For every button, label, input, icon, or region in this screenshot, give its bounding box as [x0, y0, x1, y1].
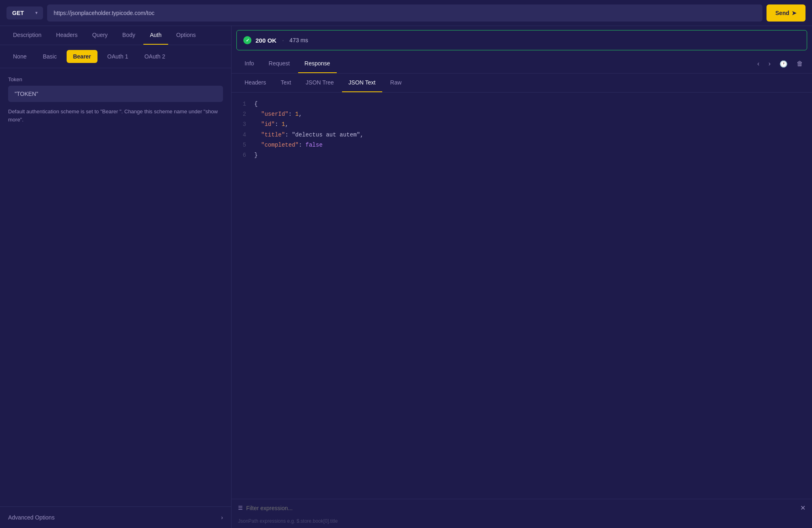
- comma-1: ,: [299, 111, 302, 117]
- line-num-1: 1: [238, 99, 246, 109]
- advanced-options[interactable]: Advanced Options ›: [0, 506, 231, 528]
- top-bar: GET ▾ Send ➤: [0, 0, 812, 26]
- status-success-icon: [243, 36, 251, 44]
- code-val-completed: false: [305, 142, 323, 148]
- code-key-id: "id": [261, 121, 275, 128]
- line-num-3: 3: [238, 119, 246, 130]
- code-val-id: 1: [281, 121, 285, 128]
- colon-1: :: [288, 111, 295, 117]
- right-top-tabs-right: ‹ › 🕐 🗑: [755, 58, 806, 69]
- chevron-down-icon: ▾: [35, 11, 37, 15]
- response-tab-raw[interactable]: Raw: [384, 74, 408, 92]
- code-val-title: "delectus aut autem": [292, 132, 360, 138]
- app-container: GET ▾ Send ➤ Description Headers Query B…: [0, 0, 812, 528]
- auth-tab-oauth1[interactable]: OAuth 1: [101, 50, 134, 63]
- panels: Description Headers Query Body Auth Opti…: [0, 26, 812, 528]
- auth-tab-none[interactable]: None: [6, 50, 33, 63]
- code-key-userid: "userId": [261, 111, 288, 117]
- line-num-5: 5: [238, 140, 246, 150]
- left-content: Token Default authentication scheme is s…: [0, 68, 231, 506]
- code-line-4: 4 "title": "delectus aut autem",: [238, 130, 806, 140]
- auth-tab-bearer[interactable]: Bearer: [67, 50, 97, 63]
- method-label: GET: [12, 10, 24, 16]
- history-icon[interactable]: 🕐: [777, 58, 790, 69]
- code-bracket-open: {: [254, 99, 258, 109]
- status-bar: 200 OK · 473 ms: [236, 30, 807, 50]
- response-tab-json-text[interactable]: JSON Text: [342, 74, 382, 92]
- tab-response[interactable]: Response: [298, 54, 337, 73]
- tab-request[interactable]: Request: [262, 54, 296, 73]
- code-val-userid: 1: [295, 111, 299, 117]
- next-icon[interactable]: ›: [766, 58, 773, 69]
- response-tab-headers[interactable]: Headers: [238, 74, 273, 92]
- tab-description[interactable]: Description: [6, 26, 48, 45]
- right-top-tab-bar: Info Request Response ‹ › 🕐 🗑: [232, 54, 812, 74]
- status-time: 473 ms: [290, 37, 308, 43]
- code-line-2: 2 "userId": 1,: [238, 109, 806, 119]
- code-line-1: 1 {: [238, 99, 806, 109]
- auth-tab-basic[interactable]: Basic: [36, 50, 63, 63]
- filter-close-icon[interactable]: ✕: [800, 504, 806, 512]
- comma-2: ,: [285, 121, 288, 128]
- code-line-6: 6 }: [238, 150, 806, 160]
- advanced-options-label: Advanced Options: [8, 514, 54, 521]
- method-dropdown[interactable]: GET ▾: [6, 6, 43, 19]
- token-input[interactable]: [8, 86, 223, 102]
- comma-3: ,: [360, 132, 363, 138]
- colon-4: :: [299, 142, 305, 148]
- left-tab-bar: Description Headers Query Body Auth Opti…: [0, 26, 231, 45]
- token-label: Token: [8, 76, 223, 82]
- status-code: 200 OK: [256, 37, 277, 44]
- send-button[interactable]: Send ➤: [767, 4, 806, 22]
- code-line-5: 5 "completed": false: [238, 140, 806, 150]
- code-bracket-close: }: [254, 150, 258, 160]
- code-line-3: 3 "id": 1,: [238, 119, 806, 130]
- response-tab-text[interactable]: Text: [274, 74, 298, 92]
- tab-query[interactable]: Query: [86, 26, 114, 45]
- tab-options[interactable]: Options: [170, 26, 202, 45]
- response-tab-json-tree[interactable]: JSON Tree: [299, 74, 340, 92]
- left-panel: Description Headers Query Body Auth Opti…: [0, 26, 232, 528]
- code-key-title: "title": [261, 132, 285, 138]
- filter-bar: ☰ ✕: [232, 499, 812, 517]
- status-separator: ·: [282, 37, 284, 43]
- code-panel: 1 { 2 "userId": 1, 3 "id": 1,: [232, 93, 812, 499]
- auth-tab-oauth2[interactable]: OAuth 2: [138, 50, 171, 63]
- prev-icon[interactable]: ‹: [755, 58, 762, 69]
- send-label: Send: [775, 10, 789, 16]
- jsonpath-hint: JsonPath expressions e.g. $.store.book[0…: [232, 517, 812, 528]
- tab-headers[interactable]: Headers: [50, 26, 84, 45]
- auth-hint: Default authentication scheme is set to …: [8, 108, 223, 123]
- response-sub-tab-bar: Headers Text JSON Tree JSON Text Raw: [232, 74, 812, 93]
- right-top-tabs-left: Info Request Response: [238, 54, 337, 73]
- delete-icon[interactable]: 🗑: [794, 58, 806, 69]
- bottom-area: ☰ ✕ JsonPath expressions e.g. $.store.bo…: [232, 499, 812, 528]
- code-content-5: "completed": false: [254, 140, 323, 150]
- code-key-completed: "completed": [261, 142, 299, 148]
- send-icon: ➤: [792, 10, 797, 16]
- colon-2: :: [275, 121, 281, 128]
- tab-auth[interactable]: Auth: [143, 26, 168, 45]
- auth-tab-bar: None Basic Bearer OAuth 1 OAuth 2: [0, 45, 231, 68]
- colon-3: :: [285, 132, 292, 138]
- code-content-3: "id": 1,: [254, 119, 288, 130]
- url-input[interactable]: [47, 4, 762, 22]
- filter-icon: ☰: [238, 505, 243, 511]
- line-num-6: 6: [238, 150, 246, 160]
- line-num-4: 4: [238, 130, 246, 140]
- chevron-right-icon: ›: [221, 514, 223, 521]
- line-num-2: 2: [238, 109, 246, 119]
- tab-body[interactable]: Body: [116, 26, 142, 45]
- code-content-2: "userId": 1,: [254, 109, 302, 119]
- code-content-4: "title": "delectus aut autem",: [254, 130, 364, 140]
- right-panel: 200 OK · 473 ms Info Request Response ‹ …: [232, 26, 812, 528]
- tab-info[interactable]: Info: [238, 54, 260, 73]
- filter-input[interactable]: [246, 505, 797, 511]
